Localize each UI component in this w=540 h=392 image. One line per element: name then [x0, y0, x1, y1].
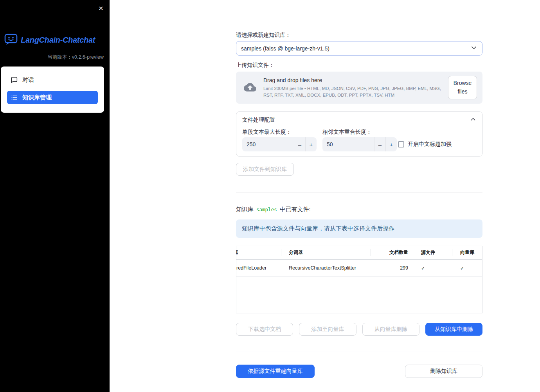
app-title: LangChain-Chatchat	[21, 36, 95, 45]
max-length-label: 单段文本最大长度：	[242, 129, 292, 136]
table-row[interactable]: redFileLoader RecursiveCharacterTextSpli…	[236, 260, 482, 277]
column-header-label: 源文件	[421, 249, 435, 256]
rebuild-vector-store-button[interactable]: 依据源文件重建向量库	[236, 365, 315, 378]
max-length-decrement-button[interactable]: –	[294, 137, 305, 151]
cell-doc-count: 299	[371, 260, 413, 276]
cell-loader: redFileLoader	[236, 260, 281, 276]
overlap-value: 50	[322, 137, 374, 151]
sidebar-item-dialogue[interactable]: 对话	[7, 73, 98, 86]
info-alert: 知识库中包含源文件与向量库，请从下表中选择文件后操作	[236, 219, 482, 238]
overlap-decrement-button[interactable]: –	[374, 137, 385, 151]
max-length-input[interactable]: 250 – +	[242, 137, 317, 151]
chevron-down-icon	[470, 44, 477, 52]
cell-source-file-check: ✓	[413, 260, 452, 276]
column-header-loader[interactable]: 器	[236, 246, 281, 259]
divider	[236, 192, 482, 192]
table-header-row: 器 分词器 文档数量 源文件 向量库	[236, 246, 482, 260]
browse-files-button[interactable]: Browse files	[448, 76, 477, 99]
version-label: 当前版本：v0.2.6-preview	[47, 54, 104, 61]
cell-vector-store-check: ✓	[452, 260, 482, 276]
app-logo: LangChain-Chatchat	[4, 33, 95, 47]
column-header-vector-store[interactable]: 向量库	[452, 246, 482, 259]
expander-header[interactable]: 文件处理配置	[236, 112, 482, 124]
max-length-increment-button[interactable]: +	[305, 137, 317, 151]
expander-title: 文件处理配置	[242, 117, 275, 124]
main-content: 请选择或新建知识库： samples (faiss @ bge-large-zh…	[236, 0, 482, 392]
files-heading-suffix: 中已有文件:	[280, 206, 311, 213]
add-to-vector-store-button[interactable]: 添加至向量库	[299, 323, 356, 336]
column-header-label: 器	[236, 249, 238, 256]
column-header-splitter[interactable]: 分词器	[281, 246, 371, 259]
dropzone-hint: Limit 200MB per file • HTML, MD, JSON, C…	[263, 85, 448, 98]
list-icon	[11, 94, 18, 101]
sidebar-menu: 对话 知识库管理	[1, 67, 104, 113]
chinese-title-checkbox-row: 开启中文标题加强	[398, 137, 452, 151]
kb-name-code: samples	[256, 207, 277, 212]
divider	[236, 351, 482, 351]
files-heading-prefix: 知识库	[236, 206, 254, 213]
files-table[interactable]: 器 分词器 文档数量 源文件 向量库 redFileLoader	[236, 246, 482, 313]
info-alert-text: 知识库中包含源文件与向量库，请从下表中选择文件后操作	[242, 225, 394, 232]
delete-from-kb-button[interactable]: 从知识库中删除	[425, 323, 482, 336]
existing-files-heading: 知识库 samples 中已有文件:	[236, 206, 311, 213]
kb-select-value: samples (faiss @ bge-large-zh-v1.5)	[241, 45, 329, 52]
column-header-source-file[interactable]: 源文件	[413, 246, 452, 259]
chinese-title-checkbox[interactable]	[398, 141, 404, 147]
overlap-input[interactable]: 50 – +	[322, 137, 397, 151]
upload-label: 上传知识文件：	[236, 62, 274, 69]
table-actions-row: 下载选中文档 添加至向量库 从向量库删除 从知识库中删除	[236, 323, 482, 336]
sidebar-item-label: 知识库管理	[22, 94, 52, 101]
dropzone-title: Drag and drop files here	[263, 77, 448, 83]
overlap-increment-button[interactable]: +	[385, 137, 397, 151]
cell-splitter: RecursiveCharacterTextSplitter	[281, 260, 371, 276]
file-config-expander: 文件处理配置 单段文本最大长度： 相邻文本重合长度： 250 – + 50 – …	[236, 111, 482, 156]
chevron-up-icon	[470, 116, 476, 124]
chat-logo-icon	[4, 33, 18, 47]
sidebar-item-knowledge-base[interactable]: 知识库管理	[7, 91, 98, 104]
column-header-label: 分词器	[289, 249, 303, 256]
chinese-title-checkbox-label: 开启中文标题加强	[408, 141, 452, 148]
overlap-label: 相邻文本重合长度：	[322, 129, 372, 136]
kb-select[interactable]: samples (faiss @ bge-large-zh-v1.5)	[236, 41, 482, 56]
download-selected-button[interactable]: 下载选中文档	[236, 323, 293, 336]
column-header-label: 向量库	[460, 249, 474, 256]
cloud-upload-icon	[243, 81, 257, 95]
add-files-button[interactable]: 添加文件到知识库	[236, 163, 294, 176]
delete-kb-button[interactable]: 删除知识库	[405, 365, 482, 378]
sidebar: × LangChain-Chatchat 当前版本：v0.2.6-preview	[0, 0, 110, 392]
delete-from-vector-store-button[interactable]: 从向量库删除	[362, 323, 419, 336]
app-root: × LangChain-Chatchat 当前版本：v0.2.6-preview	[0, 0, 540, 392]
kb-select-label: 请选择或新建知识库：	[236, 32, 291, 39]
dropzone-text: Drag and drop files here Limit 200MB per…	[263, 77, 448, 98]
file-dropzone[interactable]: Drag and drop files here Limit 200MB per…	[236, 72, 482, 104]
sidebar-item-label: 对话	[22, 76, 34, 84]
sidebar-close-button[interactable]: ×	[95, 2, 106, 14]
column-header-doc-count[interactable]: 文档数量	[371, 246, 413, 259]
column-header-label: 文档数量	[389, 249, 408, 256]
chat-icon	[11, 77, 18, 83]
max-length-value: 250	[242, 137, 294, 151]
